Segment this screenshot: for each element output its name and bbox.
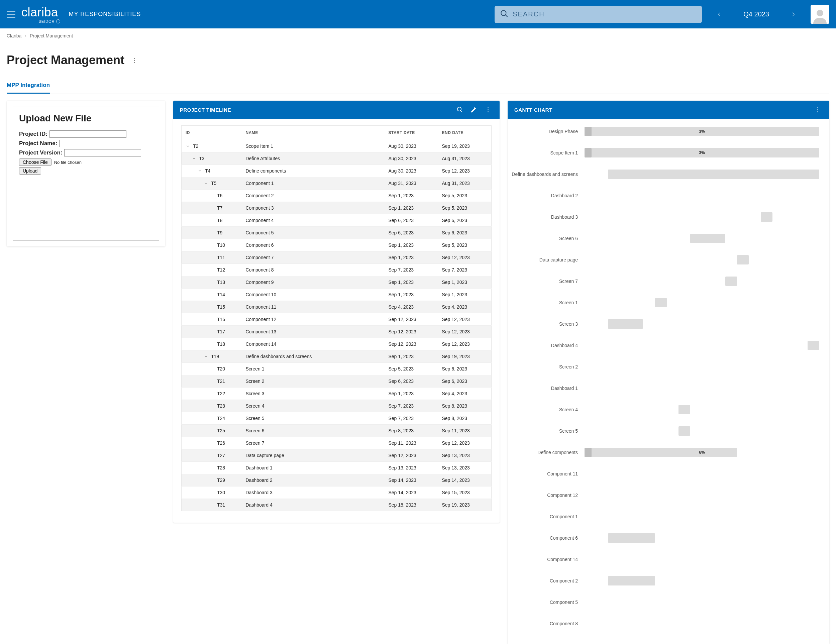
table-row[interactable]: T9Component 5Sep 6, 2023Sep 6, 2023 (181, 227, 491, 239)
more-icon[interactable] (813, 105, 823, 115)
more-icon[interactable] (483, 105, 493, 115)
project-version-input[interactable] (64, 149, 141, 157)
row-name: Data capture page (242, 449, 385, 462)
col-id[interactable]: ID (181, 126, 242, 140)
gantt-track (585, 491, 819, 500)
row-id: T20 (217, 366, 225, 372)
chevron-left-icon[interactable] (715, 10, 723, 18)
table-row[interactable]: T24Screen 5Sep 7, 2023Sep 8, 2023 (181, 412, 491, 425)
row-id: T25 (217, 428, 225, 433)
nav-title[interactable]: MY RESPONSIBILITIES (69, 11, 141, 18)
table-row[interactable]: T13Component 9Sep 1, 2023Sep 1, 2023 (181, 276, 491, 289)
row-name: Component 12 (242, 313, 385, 326)
col-end[interactable]: END DATE (438, 126, 491, 140)
table-row[interactable]: T20Screen 1Sep 5, 2023Sep 6, 2023 (181, 363, 491, 375)
table-row[interactable]: T6Component 2Sep 1, 2023Sep 5, 2023 (181, 189, 491, 202)
table-row[interactable]: T28Dashboard 1Sep 13, 2023Sep 13, 2023 (181, 462, 491, 474)
row-name: Component 8 (242, 264, 385, 276)
svg-line-1 (506, 15, 508, 17)
project-id-input[interactable] (49, 130, 126, 138)
row-name: Component 3 (242, 202, 385, 214)
row-id: T31 (217, 502, 225, 507)
table-row[interactable]: T27Data capture pageSep 12, 2023Sep 13, … (181, 449, 491, 462)
gantt-bar (808, 341, 819, 350)
row-id: T8 (217, 218, 222, 223)
table-row[interactable]: T30Dashboard 3Sep 14, 2023Sep 15, 2023 (181, 486, 491, 499)
globe-icon (56, 20, 60, 23)
period-label[interactable]: Q4 2023 (743, 10, 769, 18)
search-icon[interactable] (455, 105, 465, 115)
table-row[interactable]: T5Component 1Aug 31, 2023Aug 31, 2023 (181, 177, 491, 189)
chevron-down-icon[interactable] (198, 168, 202, 173)
row-end: Sep 4, 2023 (438, 301, 491, 313)
table-row[interactable]: T17Component 13Sep 12, 2023Sep 12, 2023 (181, 326, 491, 338)
search-input[interactable] (513, 10, 697, 18)
table-row[interactable]: T25Screen 6Sep 8, 2023Sep 11, 2023 (181, 425, 491, 437)
row-end: Sep 5, 2023 (438, 239, 491, 251)
gantt-card: GANTT CHART Design Phase3%Scope Item 13%… (508, 101, 829, 644)
table-row[interactable]: T11Component 7Sep 1, 2023Sep 12, 2023 (181, 251, 491, 264)
gantt-progress-label: 3% (585, 148, 819, 158)
row-name: Screen 1 (242, 363, 385, 375)
table-row[interactable]: T21Screen 2Sep 6, 2023Sep 6, 2023 (181, 375, 491, 388)
timeline-head: PROJECT TIMELINE (173, 101, 500, 119)
gantt-title: GANTT CHART (514, 107, 552, 112)
upload-button[interactable]: Upload (19, 167, 41, 174)
table-row[interactable]: T23Screen 4Sep 7, 2023Sep 8, 2023 (181, 400, 491, 412)
search-box[interactable] (495, 6, 702, 23)
table-row[interactable]: T18Component 14Sep 12, 2023Sep 12, 2023 (181, 338, 491, 351)
svg-point-0 (501, 10, 506, 15)
gantt-bar (679, 426, 690, 436)
more-icon[interactable] (131, 56, 139, 64)
topbar: clariba SEIDOR MY RESPONSIBILITIES Q4 20… (0, 0, 836, 28)
chevron-down-icon[interactable] (186, 144, 190, 148)
row-name: Define components (242, 165, 385, 177)
table-row[interactable]: T31Dashboard 4Sep 18, 2023Sep 19, 2023 (181, 499, 491, 511)
menu-icon[interactable] (7, 11, 15, 18)
row-name: Define dashboards and screens (242, 351, 385, 363)
chevron-down-icon[interactable] (204, 181, 208, 186)
table-row[interactable]: T29Dashboard 2Sep 14, 2023Sep 14, 2023 (181, 474, 491, 486)
row-id: T22 (217, 391, 225, 396)
row-name: Component 5 (242, 227, 385, 239)
row-name: Screen 7 (242, 437, 385, 449)
table-row[interactable]: T14Component 10Sep 1, 2023Sep 1, 2023 (181, 289, 491, 301)
col-start[interactable]: START DATE (385, 126, 438, 140)
chevron-right-icon[interactable] (789, 10, 797, 18)
table-row[interactable]: T26Screen 7Sep 11, 2023Sep 12, 2023 (181, 437, 491, 449)
table-row[interactable]: T10Component 6Sep 1, 2023Sep 5, 2023 (181, 239, 491, 251)
gantt-row: Component 12 (511, 484, 819, 506)
breadcrumb-root[interactable]: Clariba (7, 33, 21, 38)
avatar[interactable] (811, 5, 829, 24)
gantt-row: Component 6 (511, 527, 819, 549)
row-name: Dashboard 2 (242, 474, 385, 486)
gantt-track (585, 170, 819, 179)
gantt-label: Dashboard 2 (511, 193, 585, 198)
gantt-track (585, 320, 819, 329)
gantt-label: Dashboard 3 (511, 214, 585, 220)
edit-icon[interactable] (469, 105, 479, 115)
brand-logo: clariba (21, 5, 58, 20)
choose-file-button[interactable]: Choose File (19, 158, 52, 166)
table-row[interactable]: T8Component 4Sep 6, 2023Sep 6, 2023 (181, 214, 491, 227)
table-row[interactable]: T16Component 12Sep 12, 2023Sep 12, 2023 (181, 313, 491, 326)
chevron-down-icon[interactable] (192, 156, 196, 161)
chevron-down-icon[interactable] (204, 354, 208, 359)
table-row[interactable]: T12Component 8Sep 7, 2023Sep 7, 2023 (181, 264, 491, 276)
table-row[interactable]: T15Component 11Sep 4, 2023Sep 4, 2023 (181, 301, 491, 313)
table-row[interactable]: T3Define AttributesAug 30, 2023Aug 31, 2… (181, 152, 491, 165)
table-row[interactable]: T2Scope Item 1Aug 30, 2023Sep 19, 2023 (181, 140, 491, 152)
gantt-label: Scope Item 1 (511, 150, 585, 155)
tab-mpp-integration[interactable]: MPP Integration (7, 78, 50, 94)
table-row[interactable]: T4Define componentsAug 30, 2023Sep 12, 2… (181, 165, 491, 177)
row-start: Aug 30, 2023 (385, 165, 438, 177)
row-end: Sep 14, 2023 (438, 474, 491, 486)
row-name: Component 7 (242, 251, 385, 264)
table-row[interactable]: T19Define dashboards and screensSep 1, 2… (181, 351, 491, 363)
project-name-input[interactable] (59, 140, 136, 147)
table-row[interactable]: T22Screen 3Sep 1, 2023Sep 4, 2023 (181, 388, 491, 400)
row-name: Scope Item 1 (242, 140, 385, 152)
gantt-row: Dashboard 4 (511, 335, 819, 356)
col-name[interactable]: NAME (242, 126, 385, 140)
table-row[interactable]: T7Component 3Sep 1, 2023Sep 5, 2023 (181, 202, 491, 214)
